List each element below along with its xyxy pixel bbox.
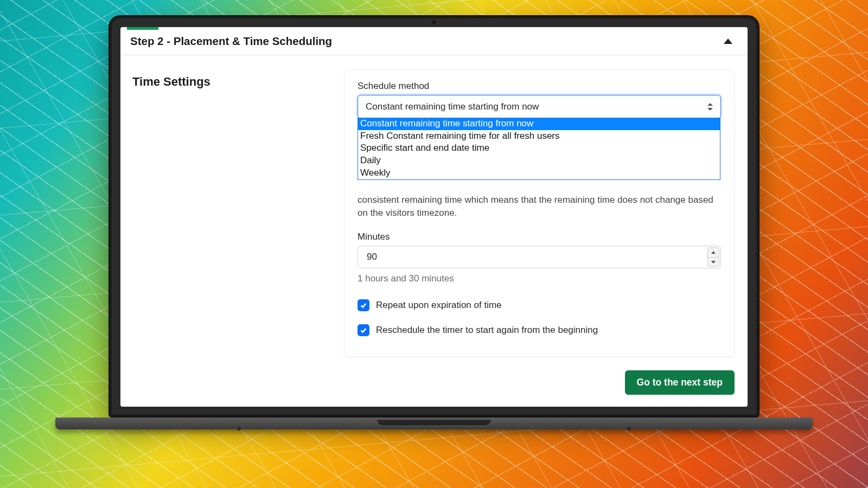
repeat-checkbox[interactable] [358,299,369,311]
minutes-label: Minutes [358,232,721,242]
go-next-button[interactable]: Go to the next step [625,370,735,395]
dropdown-option[interactable]: Constant remaining time starting from no… [358,118,720,130]
rubber-foot [237,427,241,431]
reschedule-checkbox[interactable] [358,324,369,336]
laptop-frame: Step 2 - Placement & Time Scheduling Tim… [108,15,760,429]
dropdown-option[interactable]: Fresh Constant remaining time for all fr… [358,130,720,143]
screen-bezel: Step 2 - Placement & Time Scheduling Tim… [108,15,760,418]
repeat-row: Repeat upon expiration of time [358,299,721,311]
minutes-block: Minutes 1 hours and 30 minutes [358,232,721,284]
dropdown-option[interactable]: Daily [358,155,720,167]
camera-dot [432,21,436,24]
rubber-foot [627,427,631,431]
updown-icon [707,103,713,111]
schedule-method-select[interactable]: Constant remaining time starting from no… [358,95,721,119]
collapse-icon[interactable] [724,38,732,44]
dropdown-option[interactable]: Specific start and end date time [358,142,720,155]
panel-title: Step 2 - Placement & Time Scheduling [130,35,332,48]
left-column: Time Settings [132,69,328,395]
panel-body: Time Settings Schedule method Constant r… [120,55,748,407]
minutes-input[interactable] [358,246,721,268]
step-indicator [127,27,158,30]
schedule-method-dropdown[interactable]: Constant remaining time starting from no… [358,118,720,180]
step-down-icon[interactable] [708,257,719,267]
reschedule-label: Reschedule the timer to start again from… [376,325,598,336]
minutes-hint: 1 hours and 30 minutes [358,273,721,284]
repeat-label: Repeat upon expiration of time [376,300,502,311]
minutes-stepper[interactable] [707,247,719,267]
check-icon [360,326,367,334]
reschedule-row: Reschedule the timer to start again from… [358,324,721,336]
step-up-icon[interactable] [708,248,719,257]
check-icon [360,301,367,309]
dropdown-option[interactable]: Weekly [358,167,720,179]
schedule-method-label: Schedule method [358,81,721,92]
app-screen: Step 2 - Placement & Time Scheduling Tim… [120,27,748,407]
schedule-method-value: Constant remaining time starting from no… [366,101,539,112]
section-title: Time Settings [132,75,328,89]
panel-header[interactable]: Step 2 - Placement & Time Scheduling [120,27,748,55]
settings-card: Schedule method Constant remaining time … [344,69,735,357]
help-text: consistent remaining time which means th… [358,194,721,220]
laptop-hinge [55,418,813,429]
